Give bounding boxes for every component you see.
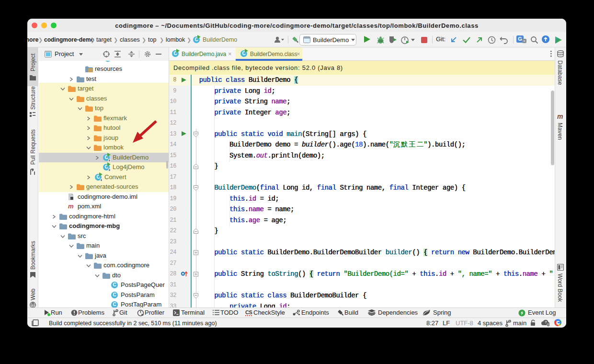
svg-text:?: ? <box>545 320 547 324</box>
